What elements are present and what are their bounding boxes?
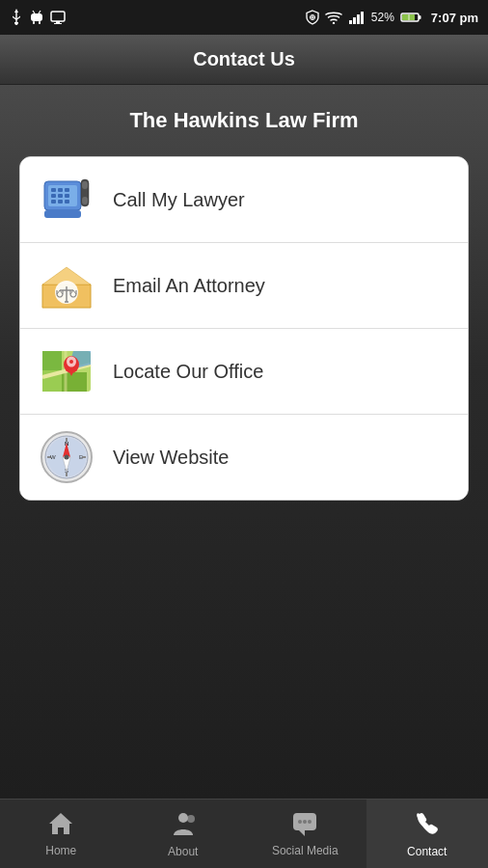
nav-home-label: Home	[45, 844, 76, 857]
svg-rect-36	[44, 210, 81, 218]
svg-rect-27	[51, 194, 56, 198]
svg-rect-17	[361, 12, 364, 24]
svg-point-53	[69, 360, 73, 364]
map-icon	[36, 340, 97, 402]
header-title: Contact Us	[193, 48, 295, 70]
status-left-icons	[10, 9, 66, 26]
svg-point-75	[308, 820, 312, 824]
nav-about[interactable]: About	[122, 800, 245, 868]
nav-social-label: Social Media	[272, 844, 339, 857]
svg-text:E: E	[79, 454, 83, 460]
main-content: The Hawkins Law Firm	[0, 85, 488, 799]
status-right-icons: 52% 7:07 pm	[306, 10, 478, 25]
phone-desk-icon	[36, 169, 97, 231]
svg-rect-16	[357, 14, 360, 24]
nav-contact[interactable]: Contact	[366, 800, 489, 868]
battery-percent: 52%	[371, 11, 394, 24]
svg-rect-24	[51, 188, 56, 192]
call-lawyer-item[interactable]: Call My Lawyer	[20, 157, 468, 243]
svg-rect-19	[419, 15, 421, 19]
email-attorney-item[interactable]: Email An Attorney	[20, 243, 468, 329]
bottom-nav: Home About Socia	[0, 799, 488, 868]
firm-name: The Hawkins Law Firm	[19, 108, 469, 133]
svg-point-69	[178, 813, 188, 823]
svg-rect-14	[349, 20, 352, 24]
svg-point-67	[65, 455, 69, 460]
svg-text:W: W	[50, 454, 56, 460]
svg-rect-28	[58, 194, 63, 198]
nav-social-media[interactable]: Social Media	[244, 800, 366, 868]
nav-home[interactable]: Home	[0, 800, 122, 868]
svg-rect-21	[408, 14, 410, 20]
status-bar: 52% 7:07 pm	[0, 0, 488, 35]
svg-rect-2	[31, 14, 42, 21]
nav-contact-label: Contact	[407, 845, 447, 858]
contact-menu-card: Call My Lawyer	[19, 156, 469, 501]
svg-rect-7	[51, 12, 65, 21]
svg-rect-3	[33, 21, 35, 24]
svg-point-73	[298, 820, 302, 824]
locate-office-label: Locate Our Office	[113, 361, 263, 383]
email-attorney-label: Email An Attorney	[113, 275, 265, 297]
app-header: Contact Us	[0, 35, 488, 85]
signal-icon	[348, 11, 366, 24]
email-icon	[36, 255, 97, 316]
view-website-label: View Website	[113, 447, 229, 469]
screen-icon	[50, 11, 66, 24]
social-media-icon	[291, 811, 318, 840]
svg-rect-25	[58, 188, 63, 192]
svg-rect-8	[56, 21, 60, 23]
svg-rect-31	[58, 200, 63, 203]
svg-marker-72	[299, 830, 305, 836]
vpn-icon	[306, 10, 319, 25]
home-icon	[47, 811, 74, 840]
svg-rect-29	[65, 194, 69, 198]
android-icon	[29, 9, 44, 26]
svg-rect-9	[54, 23, 62, 24]
svg-point-74	[303, 820, 307, 824]
svg-rect-26	[65, 188, 69, 192]
about-icon	[170, 810, 197, 841]
svg-point-70	[187, 815, 195, 823]
svg-rect-30	[51, 200, 56, 203]
svg-rect-35	[82, 197, 88, 204]
svg-rect-32	[65, 200, 69, 203]
call-lawyer-label: Call My Lawyer	[113, 189, 245, 211]
wifi-icon	[325, 11, 342, 24]
svg-rect-4	[39, 21, 41, 24]
svg-line-6	[39, 11, 41, 14]
battery-icon	[400, 12, 421, 23]
svg-marker-46	[42, 351, 62, 370]
locate-office-item[interactable]: Locate Our Office	[20, 329, 468, 415]
svg-marker-68	[49, 813, 72, 834]
time-display: 7:07 pm	[431, 11, 478, 25]
svg-point-13	[333, 22, 335, 24]
view-website-item[interactable]: N S E W View Website	[20, 415, 468, 500]
nav-about-label: About	[168, 845, 198, 858]
usb-icon	[10, 9, 23, 26]
phone-icon	[414, 810, 441, 841]
svg-rect-15	[353, 17, 356, 24]
compass-icon: N S E W	[36, 426, 97, 488]
svg-rect-34	[82, 181, 88, 189]
svg-line-5	[33, 11, 35, 14]
